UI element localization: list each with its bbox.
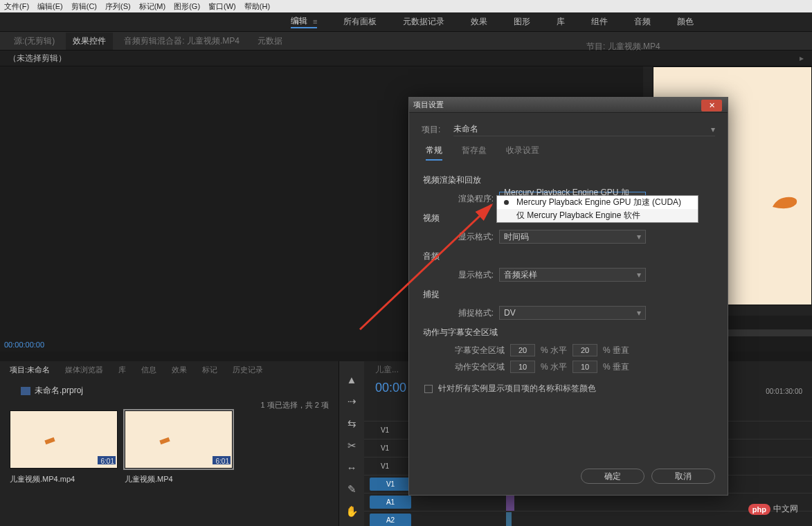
section-safe: 动作与字幕安全区域 [423, 327, 715, 338]
project-panel: 项目:未命名 媒体浏览器 库 信息 效果 标记 历史记录 未命名.prproj … [0, 361, 339, 526]
track-row[interactable]: A2 [364, 511, 812, 526]
project-tabs: 项目:未命名 媒体浏览器 库 信息 效果 标记 历史记录 [0, 361, 339, 378]
capture-format-select[interactable]: DV [499, 306, 646, 320]
item-count: 1 项已选择，共 2 项 [261, 400, 329, 410]
timeline-tab[interactable]: 儿童... [375, 364, 399, 376]
tab-effects[interactable]: 效果 [166, 363, 192, 377]
timeline-timecode: 00:00 [375, 381, 406, 395]
workspace-meta[interactable]: 元数据记录 [403, 16, 444, 28]
menu-window[interactable]: 窗口(W) [208, 1, 236, 12]
timeline-clip[interactable] [506, 512, 512, 526]
ruler-mark: 00:01:30:00 [766, 388, 802, 394]
selection-tool-icon[interactable]: ▲ [345, 374, 358, 386]
slip-tool-icon[interactable]: ↔ [345, 462, 358, 473]
menu-edit[interactable]: 编辑(E) [37, 1, 63, 12]
pen-tool-icon[interactable]: ✎ [345, 483, 358, 496]
capture-format-label: 捕捉格式: [438, 307, 494, 319]
workspace-lib[interactable]: 库 [557, 16, 565, 28]
workspace-fx[interactable]: 效果 [471, 16, 487, 28]
tab-info[interactable]: 信息 [136, 363, 162, 377]
menu-clip[interactable]: 剪辑(C) [71, 1, 97, 12]
tab-scratch[interactable]: 暂存盘 [462, 145, 487, 161]
unit-label: % 水平 [541, 361, 567, 373]
video-format-select[interactable]: 时间码 [499, 230, 646, 244]
unit-label: % 垂直 [603, 345, 629, 356]
workspace-color[interactable]: 颜色 [677, 16, 694, 28]
renderer-dropdown: Mercury Playback Engine GPU 加速 (CUDA) 仅 … [496, 195, 698, 223]
thumb-item[interactable]: 6:01 儿童视频.MP4.mp4 [10, 410, 118, 484]
video-format-label: 显示格式: [438, 231, 494, 243]
audio-format-select[interactable]: 音频采样 [499, 268, 646, 282]
menu-mark[interactable]: 标记(M) [139, 1, 166, 12]
tab-fxcontrol[interactable]: 效果控件 [66, 33, 113, 50]
dialog-title: 项目设置 [409, 98, 728, 113]
section-audio: 音频 [423, 251, 715, 262]
thumb-label: 儿童视频.MP4.mp4 [10, 474, 75, 484]
thumb-image: 6:01 [10, 410, 118, 469]
show-names-checkbox[interactable] [424, 385, 433, 393]
menu-seq[interactable]: 序列(S) [105, 1, 131, 12]
dialog-close-button[interactable]: ✕ [701, 100, 722, 111]
watermark: php 中文网 [748, 503, 798, 515]
workspace-audio[interactable]: 音频 [634, 16, 651, 28]
workspace-essen[interactable]: 组件 [591, 16, 608, 28]
action-safe-v-input[interactable]: 10 [572, 361, 597, 373]
no-clip-notice: （未选择剪辑） [8, 53, 66, 64]
project-settings-dialog: 项目设置 ✕ 项目: 未命名 常规 暂存盘 收录设置 视频渲染和回放 渲染程序:… [408, 97, 728, 496]
title-safe-v-input[interactable]: 20 [572, 344, 597, 356]
checkbox-label: 针对所有实例显示项目项的名称和标签颜色 [438, 383, 596, 394]
timeline-clip[interactable] [506, 494, 514, 511]
title-safe-label: 字幕安全区域 [438, 345, 505, 356]
thumbnail-grid: 6:01 儿童视频.MP4.mp4 6:01 儿童视频.MP4 [0, 401, 339, 494]
menu-file[interactable]: 文件(F) [4, 1, 29, 12]
source-timecode: 00:00:00:00 [4, 341, 44, 349]
orange-shape-icon [771, 193, 799, 210]
workspace-edit[interactable]: 编辑≡ [291, 15, 317, 28]
unit-label: % 水平 [541, 345, 567, 356]
thumb-item[interactable]: 6:01 儿童视频.MP4 [125, 410, 233, 484]
cancel-button[interactable]: 取消 [651, 469, 715, 484]
title-safe-h-input[interactable]: 20 [510, 344, 535, 356]
tab-metadata[interactable]: 元数据 [251, 33, 289, 50]
tab-general[interactable]: 常规 [426, 145, 442, 161]
action-safe-label: 动作安全区域 [438, 361, 505, 373]
tab-ingest[interactable]: 收录设置 [506, 145, 539, 161]
program-panel-tabs: 节目: 儿童视频.MP4 [572, 37, 667, 55]
unit-label: % 垂直 [603, 361, 629, 373]
dropdown-option[interactable]: Mercury Playback Engine GPU 加速 (CUDA) [497, 196, 698, 209]
expand-arrow-icon[interactable]: ▸ [800, 53, 804, 63]
action-safe-h-input[interactable]: 10 [510, 361, 535, 373]
dropdown-option[interactable]: 仅 Mercury Playback Engine 软件 [497, 209, 698, 222]
tab-history[interactable]: 历史记录 [227, 363, 269, 377]
menu-graphic[interactable]: 图形(G) [174, 1, 200, 12]
renderer-label: 渲染程序: [438, 193, 494, 205]
workspace-all[interactable]: 所有面板 [343, 16, 377, 28]
tab-markers[interactable]: 标记 [197, 363, 223, 377]
ripple-tool-icon[interactable]: ⇆ [345, 417, 358, 430]
thumb-image: 6:01 [125, 410, 233, 469]
tool-column: ▲ ⇢ ⇆ ✂ ↔ ✎ ✋ T [339, 361, 364, 526]
razor-tool-icon[interactable]: ✂ [345, 439, 358, 452]
project-name: 未命名.prproj [0, 378, 339, 401]
source-panel-tabs: 源:(无剪辑) 效果控件 音频剪辑混合器: 儿童视频.MP4 元数据 [0, 32, 812, 50]
dialog-tabs: 常规 暂存盘 收录设置 [426, 145, 715, 161]
menu-help[interactable]: 帮助(H) [244, 1, 270, 12]
track-select-icon[interactable]: ⇢ [345, 395, 358, 408]
menubar: 文件(F) 编辑(E) 剪辑(C) 序列(S) 标记(M) 图形(G) 窗口(W… [0, 0, 812, 12]
selected-bullet-icon [504, 200, 509, 205]
section-render: 视频渲染和回放 [423, 174, 715, 186]
project-select[interactable]: 未命名 [453, 123, 715, 136]
hand-tool-icon[interactable]: ✋ [345, 505, 358, 518]
tab-audiomix[interactable]: 音频剪辑混合器: 儿童视频.MP4 [117, 33, 246, 50]
tab-media[interactable]: 媒体浏览器 [60, 363, 109, 377]
tab-lib[interactable]: 库 [113, 363, 132, 377]
section-capture: 捕捉 [423, 289, 715, 300]
tab-program[interactable]: 节目: 儿童视频.MP4 [579, 38, 667, 55]
tab-source[interactable]: 源:(无剪辑) [7, 33, 62, 50]
workspace-graph[interactable]: 图形 [514, 16, 530, 28]
php-logo-icon: php [748, 504, 770, 515]
tab-project[interactable]: 项目:未命名 [4, 363, 55, 377]
fx-notice-bar: （未选择剪辑） ▸ [0, 50, 812, 66]
ok-button[interactable]: 确定 [581, 469, 644, 484]
project-label: 项目: [422, 124, 453, 136]
